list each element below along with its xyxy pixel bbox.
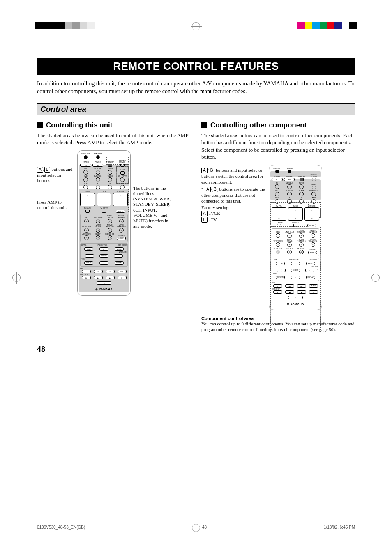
key-a: A <box>37 167 43 173</box>
crop-mark-left <box>12 274 21 282</box>
right-note-star: * A/B buttons are to operate the other c… <box>201 186 266 204</box>
yamaha-logo: YAMAHA <box>272 302 319 306</box>
factory-setting: Factory setting: <box>201 205 266 210</box>
right-column: Controlling other component The shaded a… <box>201 121 355 333</box>
bullet-square-icon <box>201 122 207 128</box>
left-body: The shaded areas below can be used to co… <box>37 132 191 146</box>
crop-marks-top <box>0 20 392 32</box>
left-right-note: The buttons in the dotted lines (SYSTEM … <box>133 186 173 296</box>
yamaha-logo: YAMAHA <box>80 288 128 291</box>
left-note-2: Press AMP to control this unit. <box>37 200 75 210</box>
intro-text: In addition to controlling this unit, th… <box>37 80 355 96</box>
footer-date: 1/18/02, 6:45 PM <box>324 525 355 530</box>
component-area-heading: Component control area <box>201 316 355 321</box>
remote-diagram-amp: CODE SET TRANSMIT POWERTV POWERAV STANDB… <box>77 150 131 296</box>
left-note-1: A/B buttons and input selector buttons <box>37 167 75 183</box>
crop-mark-right <box>371 274 380 282</box>
page-number: 48 <box>37 345 355 354</box>
right-body: The shaded areas below can be used to co… <box>201 132 355 161</box>
footer-meta: 0109V530_48-53_EN(GB) 48 1/18/02, 6:45 P… <box>37 525 355 530</box>
footer-file: 0109V530_48-53_EN(GB) <box>37 525 85 530</box>
key-b: B <box>44 167 51 173</box>
remote-diagram-component: CODE SET TRANSMIT POWERTV POWERAV STANDB… <box>269 165 322 310</box>
left-subheading: Controlling this unit <box>46 121 112 129</box>
page-title: REMOTE CONTROL FEATURES <box>37 60 355 73</box>
component-area-body: You can control up to 9 different compon… <box>201 321 355 333</box>
right-note-1: A/B buttons and input selector buttons s… <box>201 167 266 185</box>
section-heading: Control area <box>40 105 352 114</box>
left-column: Controlling this unit The shaded areas b… <box>37 121 191 333</box>
right-subheading: Controlling other component <box>210 121 307 129</box>
section-bar: Control area <box>37 103 355 115</box>
title-bar: REMOTE CONTROL FEATURES <box>37 58 355 75</box>
page-content: REMOTE CONTROL FEATURES In addition to c… <box>37 37 355 518</box>
footer-page: 48 <box>202 525 207 530</box>
bullet-square-icon <box>37 122 43 128</box>
